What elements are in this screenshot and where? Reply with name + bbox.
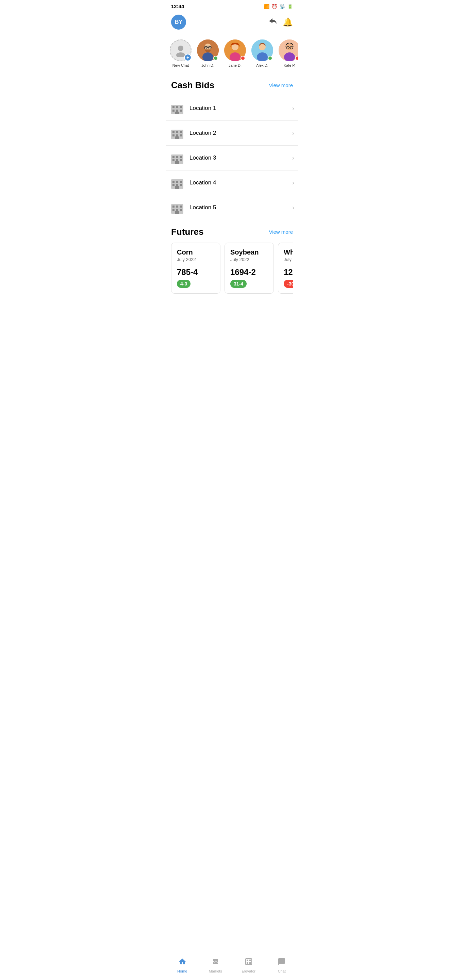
battery-icon: 🔋 bbox=[287, 4, 293, 9]
location-item-5[interactable]: Location 5 › bbox=[166, 195, 298, 220]
svg-rect-27 bbox=[176, 110, 178, 111]
markets-nav-icon bbox=[211, 958, 219, 968]
location-3-chevron: › bbox=[292, 154, 294, 162]
svg-rect-39 bbox=[172, 156, 175, 158]
john-avatar-wrapper bbox=[197, 40, 219, 61]
svg-rect-28 bbox=[180, 110, 182, 111]
svg-rect-58 bbox=[172, 209, 175, 211]
svg-point-0 bbox=[178, 46, 183, 51]
svg-point-9 bbox=[205, 49, 211, 52]
svg-rect-29 bbox=[175, 111, 179, 115]
building-icon-1 bbox=[170, 102, 184, 115]
header: BY 🔔 bbox=[166, 12, 298, 34]
contact-kate[interactable]: Kate P. bbox=[279, 40, 298, 67]
building-icon-3 bbox=[170, 151, 184, 165]
location-5-icon-wrap bbox=[170, 200, 185, 215]
alarm-icon: ⏰ bbox=[272, 4, 277, 9]
corn-price: 785-4 bbox=[177, 267, 215, 277]
contact-jane[interactable]: Jane D. bbox=[224, 40, 246, 67]
alex-status-dot bbox=[268, 56, 272, 60]
corn-commodity: Corn bbox=[177, 248, 215, 256]
futures-section: Futures View more Corn July 2022 785-4 4… bbox=[166, 220, 298, 302]
nav-markets[interactable]: Markets bbox=[199, 958, 232, 973]
status-time: 12:44 bbox=[171, 3, 184, 9]
contact-new-chat[interactable]: + New Chat bbox=[170, 40, 192, 67]
corn-month: July 2022 bbox=[177, 257, 215, 262]
svg-rect-49 bbox=[180, 181, 182, 183]
svg-rect-48 bbox=[176, 181, 178, 183]
soybean-commodity: Soybean bbox=[230, 248, 268, 256]
contacts-row: + New Chat John D. bbox=[166, 34, 298, 73]
location-1-name: Location 1 bbox=[189, 105, 292, 111]
bell-icon[interactable]: 🔔 bbox=[283, 18, 293, 27]
svg-rect-59 bbox=[176, 209, 178, 211]
header-actions: 🔔 bbox=[268, 18, 293, 27]
svg-rect-47 bbox=[172, 181, 175, 183]
futures-card-corn[interactable]: Corn July 2022 785-4 4-0 bbox=[171, 243, 221, 294]
svg-rect-33 bbox=[180, 131, 182, 133]
location-item-2[interactable]: Location 2 › bbox=[166, 121, 298, 146]
svg-rect-40 bbox=[176, 156, 178, 158]
wheat-price: 1200- bbox=[284, 267, 293, 277]
nav-elevator[interactable]: Elevator bbox=[232, 958, 265, 973]
location-item-3[interactable]: Location 3 › bbox=[166, 146, 298, 170]
futures-card-soybean[interactable]: Soybean July 2022 1694-2 31-4 bbox=[224, 243, 274, 294]
sim-icon: 📶 bbox=[264, 4, 269, 9]
jane-status-dot bbox=[240, 56, 245, 60]
svg-rect-60 bbox=[180, 209, 182, 211]
corn-change: 4-0 bbox=[177, 280, 191, 288]
svg-rect-25 bbox=[180, 106, 182, 108]
svg-rect-26 bbox=[172, 110, 175, 111]
status-bar: 12:44 📶 ⏰ 📡 🔋 bbox=[166, 0, 298, 12]
svg-rect-53 bbox=[175, 186, 179, 189]
svg-rect-32 bbox=[176, 131, 178, 133]
jane-label: Jane D. bbox=[229, 63, 242, 67]
wheat-change: -30-6 bbox=[284, 280, 293, 288]
svg-rect-44 bbox=[180, 159, 182, 161]
location-list: Location 1 › Location 2 › bbox=[166, 96, 298, 220]
cash-bids-header: Cash Bids View more bbox=[171, 80, 293, 91]
svg-rect-64 bbox=[249, 959, 251, 961]
svg-rect-61 bbox=[175, 211, 179, 214]
svg-rect-41 bbox=[180, 156, 182, 158]
location-1-icon-wrap bbox=[170, 101, 185, 116]
futures-card-wheat[interactable]: Wheat July 2022 1200- -30-6 bbox=[278, 243, 293, 294]
nav-home[interactable]: Home bbox=[166, 958, 199, 973]
share-icon[interactable] bbox=[268, 18, 277, 27]
home-nav-label: Home bbox=[177, 969, 187, 973]
futures-header: Futures View more bbox=[171, 227, 293, 237]
location-item-1[interactable]: Location 1 › bbox=[166, 96, 298, 121]
svg-rect-55 bbox=[172, 205, 175, 208]
svg-rect-5 bbox=[205, 46, 211, 48]
kate-avatar-wrapper bbox=[279, 40, 298, 61]
location-2-name: Location 2 bbox=[189, 130, 292, 137]
cash-bids-view-more[interactable]: View more bbox=[269, 82, 293, 88]
location-2-chevron: › bbox=[292, 130, 294, 137]
svg-rect-35 bbox=[176, 134, 178, 137]
kate-status-dot bbox=[295, 56, 298, 60]
svg-point-1 bbox=[176, 52, 185, 57]
svg-rect-34 bbox=[172, 134, 175, 137]
futures-view-more[interactable]: View more bbox=[269, 229, 293, 235]
svg-point-17 bbox=[286, 43, 293, 50]
cash-bids-section: Cash Bids View more bbox=[166, 73, 298, 91]
john-label: John D. bbox=[202, 63, 214, 67]
location-2-icon-wrap bbox=[170, 126, 185, 140]
markets-nav-label: Markets bbox=[209, 969, 222, 973]
location-3-icon-wrap bbox=[170, 150, 185, 165]
contact-john[interactable]: John D. bbox=[197, 40, 219, 67]
svg-rect-62 bbox=[246, 959, 252, 965]
alex-label: Alex D. bbox=[256, 63, 268, 67]
nav-chat[interactable]: Chat bbox=[265, 958, 299, 973]
building-icon-5 bbox=[170, 201, 184, 215]
contact-alex[interactable]: Alex D. bbox=[251, 40, 273, 67]
svg-rect-51 bbox=[176, 184, 178, 186]
svg-rect-52 bbox=[180, 184, 182, 186]
svg-rect-65 bbox=[246, 962, 248, 964]
user-avatar[interactable]: BY bbox=[171, 14, 186, 30]
svg-rect-66 bbox=[249, 962, 251, 964]
new-chat-avatar-wrapper: + bbox=[170, 40, 192, 61]
location-item-4[interactable]: Location 4 › bbox=[166, 170, 298, 195]
kate-label: Kate P. bbox=[284, 63, 296, 67]
building-icon-4 bbox=[170, 176, 184, 189]
